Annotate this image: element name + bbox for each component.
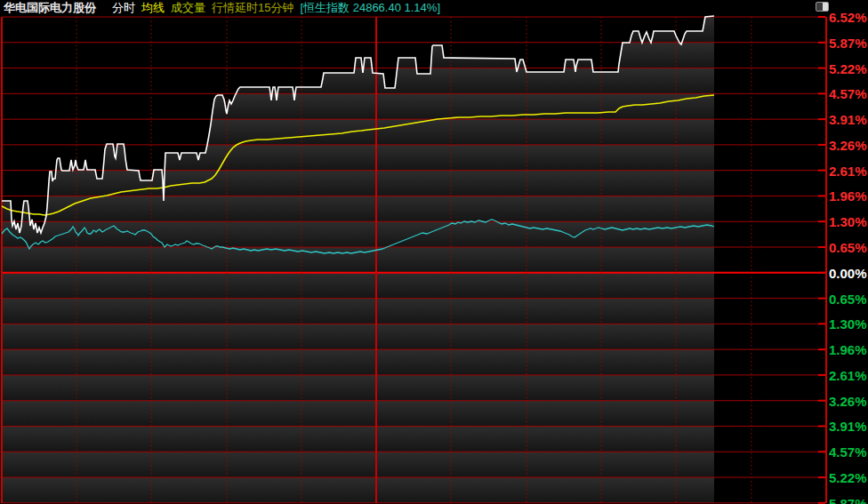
panel-toggle-icon[interactable] [816,2,829,12]
price-area-fill [2,16,714,503]
chart-svg [0,0,868,504]
stock-app-screen: 6.52%5.87%5.22%4.57%3.91%3.26%2.61%1.96%… [0,0,868,504]
quote-delay-notice: 行情延时15分钟 [212,0,293,16]
intraday-chart-canvas[interactable] [0,0,868,504]
stock-name: 华电国际电力股份 [4,0,96,16]
tab-moving-average[interactable]: 均线 [141,0,165,16]
tab-timeline[interactable]: 分时 [112,0,135,16]
chart-header: 华电国际电力股份 分时 均线 成交量 行情延时15分钟 [恒生指数 24866.… [0,0,868,16]
hang-seng-index-quote: [恒生指数 24866.40 1.14%] [300,0,440,16]
tab-volume[interactable]: 成交量 [171,0,205,16]
